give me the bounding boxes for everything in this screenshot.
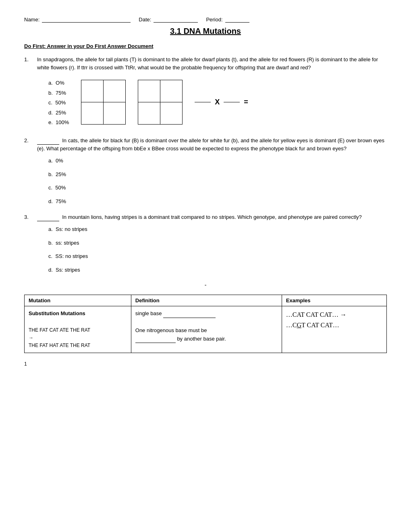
example-line-2: THE FAT HAT ATE THE RAT <box>29 342 127 349</box>
example-line-1: THE FAT CAT ATE THE RAT <box>29 326 127 334</box>
question-2-number: 2. <box>24 137 34 153</box>
q3-options-list: a. Ss: no stripes b. ss: stripes c. SS: … <box>24 225 387 274</box>
table-body: Substitution Mutations THE FAT CAT ATE T… <box>25 306 387 353</box>
punnett-square-2 <box>138 80 183 125</box>
question-1: 1. In snapdragons, the allele for tall p… <box>24 56 387 129</box>
page-title: 3.1 DNA Mutations <box>24 27 387 36</box>
mutation-cell: Substitution Mutations THE FAT CAT ATE T… <box>25 306 131 353</box>
col-mutation: Mutation <box>25 295 131 306</box>
question-2-text: 2. In cats, the allele for black fur (B)… <box>24 137 387 153</box>
header: Name: Date: Period: <box>24 16 387 23</box>
table-row: Substitution Mutations THE FAT CAT ATE T… <box>25 306 387 353</box>
cross-equation: X = <box>195 98 248 106</box>
period-underline <box>225 16 249 23</box>
q1-options-list: a. O% b. 75% c. 50% d. 25% e. 100% <box>40 79 69 127</box>
question-1-body: In snapdragons, the allele for tall plan… <box>37 56 387 72</box>
q1-options-column: a. O% b. 75% c. 50% d. 25% e. 100% <box>40 76 69 129</box>
example-text-1: …CAT CAT CAT… → <box>286 310 382 320</box>
question-1-number: 1. <box>24 56 34 72</box>
def-line-1: single base <box>135 310 278 318</box>
question-2: 2. In cats, the allele for black fur (B)… <box>24 137 387 205</box>
dash-left <box>195 102 211 102</box>
q1-option-d: d. 25% <box>48 109 69 117</box>
definition-cell: single base One nitrogenous base must be… <box>131 306 282 353</box>
def-blank-2 <box>135 337 176 343</box>
q1-option-b: b. 75% <box>48 89 69 97</box>
cgt-underline: G <box>297 322 302 328</box>
table-header: Mutation Definition Examples <box>25 295 387 306</box>
q2-blank <box>37 139 59 145</box>
date-field: Date: <box>139 16 198 23</box>
punnett-cell-2-2 <box>160 80 183 102</box>
def-blank-1 <box>163 312 216 318</box>
q1-option-c: c. 50% <box>48 99 69 107</box>
equals-sign: = <box>244 98 248 106</box>
q3-option-b: b. ss: stripes <box>48 239 387 247</box>
page-number: 1 <box>24 361 387 367</box>
punnett-square-1 <box>81 80 126 125</box>
punnett-cell-2-1 <box>138 80 160 102</box>
question-1-text: 1. In snapdragons, the allele for tall p… <box>24 56 387 72</box>
q3-option-c: c. SS: no stripes <box>48 252 387 260</box>
punnett-cell-1-4 <box>104 102 126 125</box>
name-label: Name: <box>24 17 39 23</box>
example-text-2: …CGT CAT CAT… <box>286 320 382 330</box>
divider: - <box>24 282 387 288</box>
q1-punnett-area: X = <box>81 80 248 125</box>
question-3-text: 3. In mountain lions, having stripes is … <box>24 213 387 221</box>
question-3: 3. In mountain lions, having stripes is … <box>24 213 387 274</box>
q2-option-a: a. 0% <box>48 157 387 165</box>
example-arrow: → <box>29 334 127 342</box>
dash-right <box>224 102 240 102</box>
def-line-2: One nitrogenous base must be by another … <box>135 326 278 343</box>
period-label: Period: <box>206 17 222 23</box>
question-3-number: 3. <box>24 213 34 221</box>
q1-option-a: a. O% <box>48 79 69 87</box>
punnett-cell-2-4 <box>160 102 183 125</box>
q2-option-c: c. 50% <box>48 184 387 192</box>
table-header-row: Mutation Definition Examples <box>25 295 387 306</box>
mutation-table: Mutation Definition Examples Substitutio… <box>24 295 387 353</box>
mutation-name: Substitution Mutations <box>29 310 127 318</box>
examples-cell: …CAT CAT CAT… → …CGT CAT CAT… <box>282 306 386 353</box>
punnett-cell-1-3 <box>81 102 104 125</box>
do-first-header: Do First: Answer in your Do First Answer… <box>24 43 387 49</box>
punnett-cell-2-3 <box>138 102 160 125</box>
q1-option-e: e. 100% <box>48 118 69 127</box>
q3-option-a: a. Ss: no stripes <box>48 225 387 233</box>
date-underline <box>154 16 198 23</box>
q3-blank <box>37 216 59 221</box>
name-field: Name: <box>24 16 131 23</box>
date-label: Date: <box>139 17 151 23</box>
cross-x-symbol: X <box>215 98 220 106</box>
q3-option-d: d. Ss: stripes <box>48 266 387 274</box>
question-3-body: In mountain lions, having stripes is a d… <box>37 213 387 221</box>
q2-option-d: d. 75% <box>48 197 387 206</box>
col-definition: Definition <box>131 295 282 306</box>
q2-options-list: a. 0% b. 25% c. 50% d. 75% <box>24 157 387 205</box>
punnett-cell-1-2 <box>104 80 126 102</box>
mutation-example: THE FAT CAT ATE THE RAT → THE FAT HAT AT… <box>29 326 127 350</box>
q1-content-area: a. O% b. 75% c. 50% d. 25% e. 100% <box>40 76 387 129</box>
period-field: Period: <box>206 16 249 23</box>
q2-option-b: b. 25% <box>48 170 387 179</box>
col-examples: Examples <box>282 295 386 306</box>
question-2-body: In cats, the allele for black fur (B) is… <box>37 137 387 153</box>
name-underline <box>42 16 131 23</box>
punnett-cell-1-1 <box>81 80 104 102</box>
